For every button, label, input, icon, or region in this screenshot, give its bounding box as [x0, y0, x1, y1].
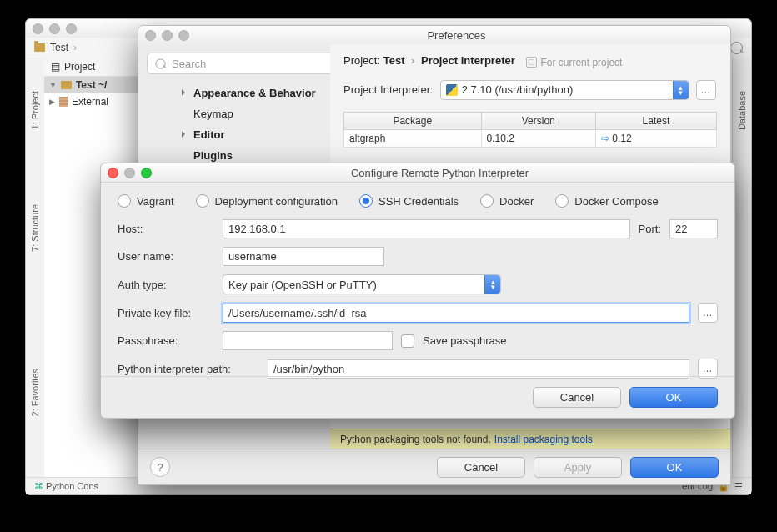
python-icon [446, 84, 458, 96]
private-key-input[interactable]: /Users/username/.ssh/id_rsa [223, 304, 689, 323]
status-console[interactable]: Python Cons [46, 481, 98, 491]
pypath-label: Python interpreter path: [118, 363, 259, 375]
cancel-button[interactable]: Cancel [533, 387, 621, 408]
tool-favorites[interactable]: 2: Favorites [30, 369, 40, 416]
prefs-category-list: Appearance & BehaviorKeymapEditorPlugins [147, 83, 338, 166]
tool-database[interactable]: Database [737, 91, 747, 130]
hector-icon[interactable]: ☰ [734, 481, 743, 492]
prefs-traffic-lights[interactable] [145, 30, 189, 41]
radio-icon [359, 194, 373, 208]
search-icon[interactable] [730, 42, 743, 54]
auth-type-label: Auth type: [118, 279, 214, 291]
passphrase-label: Passphrase: [118, 334, 214, 347]
prefs-category-item[interactable]: Appearance & Behavior [180, 83, 338, 103]
cfg-title: Configure Remote Python Interpreter [152, 167, 728, 179]
ide-traffic-lights[interactable] [33, 23, 77, 34]
radio-vagrant[interactable]: Vagrant [118, 194, 174, 208]
interpreter-select[interactable]: 2.7.10 (/usr/bin/python) ▴▾ [440, 80, 689, 100]
project-panel-icon: ▤ [51, 61, 60, 73]
chevron-right-icon: › [73, 42, 77, 53]
radio-icon [555, 194, 569, 208]
search-input[interactable]: Search [147, 53, 353, 74]
packages-table: Package Version Latest altgraph 0.10.2 ⇨… [343, 112, 717, 148]
username-input[interactable]: username [223, 247, 384, 266]
tool-structure[interactable]: 7: Structure [30, 204, 40, 252]
radio-ssh-credentials[interactable]: SSH Credentials [359, 194, 459, 208]
radio-deployment-configuration[interactable]: Deployment configuration [196, 194, 338, 208]
interpreter-label: Project Interpreter: [343, 83, 434, 96]
save-passphrase-checkbox[interactable] [401, 334, 414, 348]
pkg-col-latest[interactable]: Latest [595, 112, 716, 129]
radio-docker-compose[interactable]: Docker Compose [555, 194, 658, 208]
cfg-traffic-lights[interactable] [108, 168, 152, 178]
radio-icon [480, 194, 494, 208]
radio-docker[interactable]: Docker [480, 194, 534, 208]
passphrase-input[interactable] [223, 331, 393, 350]
username-label: User name: [118, 250, 214, 263]
prefs-breadcrumb: Project: Test › Project Interpreter ▢For… [343, 54, 717, 68]
project-panel-title: Project [64, 61, 95, 73]
prefs-category-item[interactable]: Keymap [180, 103, 338, 124]
host-input[interactable]: 192.168.0.1 [223, 219, 630, 238]
host-label: Host: [118, 223, 214, 235]
breadcrumb-item[interactable]: Test [50, 42, 68, 53]
auth-type-select[interactable]: Key pair (OpenSSH or PuTTY) ▴▾ [223, 274, 501, 294]
connection-type-radios: VagrantDeployment configurationSSH Crede… [118, 194, 718, 208]
private-key-label: Private key file: [118, 307, 214, 319]
table-row[interactable]: altgraph 0.10.2 ⇨ 0.12 [344, 129, 717, 147]
pkg-col-package[interactable]: Package [344, 112, 482, 129]
interpreter-settings-button[interactable]: … [696, 80, 716, 100]
ok-button[interactable]: OK [630, 457, 719, 478]
radio-icon [118, 194, 131, 208]
python-console-icon[interactable]: ⌘ [34, 481, 43, 492]
folder-icon [34, 43, 45, 52]
ok-button[interactable]: OK [629, 387, 718, 408]
update-arrow-icon: ⇨ [601, 133, 609, 144]
port-label: Port: [639, 223, 661, 235]
library-icon [59, 97, 68, 107]
prefs-title: Preferences [189, 29, 724, 42]
folder-icon [61, 81, 72, 89]
search-icon [156, 58, 166, 68]
radio-icon [196, 194, 209, 208]
warning-bar: Python packaging tools not found. Instal… [330, 429, 730, 449]
cancel-button[interactable]: Cancel [437, 457, 525, 478]
browse-key-button[interactable]: … [698, 303, 718, 323]
help-button[interactable]: ? [150, 457, 170, 477]
prefs-category-item[interactable]: Editor [180, 124, 338, 145]
tool-project[interactable]: 1: Project [30, 91, 40, 129]
apply-button[interactable]: Apply [534, 457, 622, 478]
install-packaging-link[interactable]: Install packaging tools [494, 434, 593, 445]
save-passphrase-label: Save passphrase [423, 334, 506, 347]
pkg-col-version[interactable]: Version [481, 112, 595, 129]
port-input[interactable]: 22 [669, 219, 718, 238]
